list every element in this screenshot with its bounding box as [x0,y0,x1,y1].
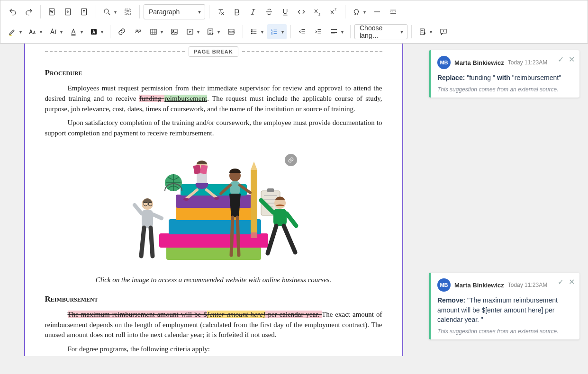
paragraph[interactable]: Employees must request permission from t… [45,83,382,114]
toolbar: ▾ Paragraph 2 2 ▾ ▾ ▾ ▾ ▾ ▾ ▾ ▾ ▾ HTML ▾… [0,0,588,44]
suggestion-card[interactable]: ✓ ✕ MB Marta Binkiewicz Today 11:23AM Re… [429,273,579,339]
svg-text:2: 2 [335,8,336,11]
underline-button[interactable] [278,4,293,19]
italic-button[interactable] [245,4,261,19]
redo-button[interactable] [21,4,36,19]
code-button[interactable] [294,4,309,19]
page-break-indicator: PAGE BREAK [45,46,382,57]
svg-rect-21 [420,29,425,35]
export-pdf-button[interactable] [77,4,92,19]
paragraph[interactable]: For degree programs, the following crite… [45,344,382,355]
comment-time: Today 11:23AM [508,59,547,66]
svg-point-15 [252,29,253,30]
editor-area[interactable]: PAGE BREAK Procedure Employees must requ… [0,44,427,374]
page-break-label: PAGE BREAK [189,46,238,57]
avatar: MB [437,56,451,69]
svg-text:HTML: HTML [229,31,235,33]
svg-text:3: 3 [271,33,272,36]
language-select[interactable]: Choose lang… [354,24,407,39]
export-word-button[interactable] [61,4,76,19]
reject-suggestion-button[interactable]: ✕ [569,55,575,64]
import-word-button[interactable] [45,4,60,19]
special-characters-button[interactable]: ▾ [349,4,369,19]
select-all-button[interactable] [120,4,136,19]
comment-note: This suggestion comes from an external s… [437,86,573,93]
svg-point-41 [214,197,219,200]
svg-rect-8 [151,29,156,35]
svg-rect-33 [267,188,274,192]
track-changes-button[interactable]: ▾ [416,24,435,39]
image-caption: Click on the image to access a recommend… [45,276,382,284]
svg-rect-29 [251,170,257,236]
blockquote-button[interactable] [130,24,145,39]
comment-body: Remove: "The maximum reimbursement amoun… [437,295,573,324]
horizontal-line-button[interactable] [370,4,385,19]
paragraph[interactable]: The maximum reimbursement amount will be… [45,310,382,340]
svg-rect-37 [142,210,153,228]
svg-rect-47 [273,209,287,226]
suggestion-card[interactable]: ✓ ✕ MB Marta Binkiewicz Today 11:23AM Re… [429,50,579,98]
insert-image-button[interactable] [167,24,182,39]
insert-template-button[interactable]: ▾ [203,24,223,39]
svg-rect-22 [166,247,261,260]
undo-button[interactable] [5,4,20,19]
subscript-button[interactable]: 2 [310,4,325,19]
font-background-button[interactable]: ▾ [87,24,106,39]
comments-sidebar: ✓ ✕ MB Marta Binkiewicz Today 11:23AM Re… [427,44,588,374]
remove-format-button[interactable] [213,4,228,19]
document-page[interactable]: PAGE BREAK Procedure Employees must requ… [24,44,403,356]
link-button[interactable] [114,24,129,39]
section-heading-reimbursement: Reimbursement [45,294,382,304]
section-heading-procedure: Procedure [45,68,382,78]
comment-author: Marta Binkiewicz [454,282,504,289]
avatar: MB [437,278,451,292]
insert-media-button[interactable]: ▾ [183,24,202,39]
add-comment-button[interactable] [436,24,451,39]
suggestion-deletion[interactable]: The maximum reimbursement amount will be… [68,311,322,318]
svg-text:2: 2 [318,13,320,16]
suggestion-deletion[interactable]: funding [139,95,164,102]
comment-note: This suggestion comes from an external s… [437,328,573,335]
bulleted-list-button[interactable]: ▾ [247,24,266,39]
indent-button[interactable] [311,24,326,39]
svg-marker-30 [251,161,257,170]
alignment-button[interactable]: ▾ [327,24,346,39]
numbered-list-button[interactable]: 123▾ [267,24,287,39]
reject-suggestion-button[interactable]: ✕ [569,277,575,286]
svg-point-16 [252,31,253,32]
font-color-button[interactable]: ▾ [66,24,86,39]
comment-time: Today 11:23AM [508,282,547,288]
svg-rect-45 [230,181,240,195]
suggestion-insertion[interactable]: reimbursement [164,95,207,102]
insert-html-button[interactable]: HTML [224,24,239,39]
insert-table-button[interactable]: ▾ [146,24,166,39]
outdent-button[interactable] [295,24,310,39]
comment-body: Replace: "funding " with "reimbursement" [437,73,573,82]
paragraph[interactable]: Upon satisfactory completion of the trai… [45,118,382,139]
svg-rect-9 [172,29,177,35]
svg-rect-25 [176,207,256,220]
svg-point-17 [252,33,253,34]
page-break-button[interactable] [386,4,401,19]
accept-suggestion-button[interactable]: ✓ [558,277,564,286]
svg-rect-24 [169,219,261,234]
font-size-button[interactable]: ▾ [26,24,45,39]
paragraph-style-select[interactable]: Paragraph [144,4,205,19]
illustration [119,147,308,270]
svg-rect-0 [49,9,54,15]
svg-point-3 [104,9,109,13]
font-family-button[interactable]: ▾ [46,24,65,39]
highlight-button[interactable]: ▾ [5,24,25,39]
bold-button[interactable] [229,4,244,19]
comment-author: Marta Binkiewicz [454,59,504,66]
strikethrough-button[interactable] [262,4,277,19]
document-image[interactable] [45,147,382,272]
svg-point-40 [183,198,189,201]
accept-suggestion-button[interactable]: ✓ [558,55,564,64]
svg-rect-31 [251,232,257,238]
find-replace-button[interactable]: ▾ [100,4,119,19]
superscript-button[interactable]: 2 [326,4,341,19]
link-icon[interactable] [285,154,297,166]
